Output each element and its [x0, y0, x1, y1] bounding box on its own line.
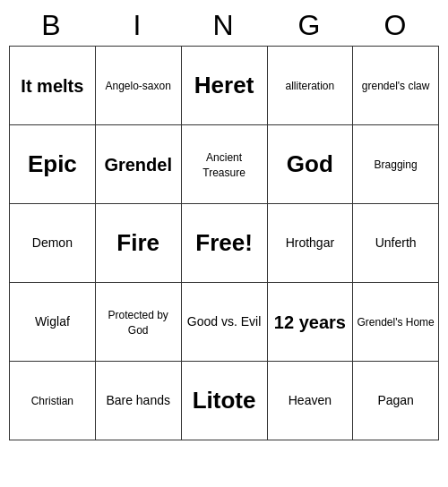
bingo-cell-2-4: Unferth	[353, 204, 439, 283]
bingo-cell-1-1: Grendel	[95, 125, 181, 204]
title-i: I	[99, 9, 177, 42]
bingo-cell-0-1: Angelo-saxon	[95, 47, 181, 125]
bingo-cell-0-2: Heret	[181, 47, 267, 125]
bingo-cell-3-1: Protected by God	[95, 283, 181, 362]
bingo-cell-1-3: God	[267, 125, 353, 204]
bingo-cell-3-0: Wiglaf	[10, 283, 96, 362]
bingo-cell-1-2: Ancient Treasure	[181, 125, 267, 204]
title-b: B	[13, 9, 91, 42]
bingo-cell-4-3: Heaven	[267, 362, 353, 440]
bingo-cell-4-2: Litote	[181, 362, 267, 440]
bingo-cell-1-0: Epic	[10, 125, 96, 204]
bingo-cell-4-1: Bare hands	[95, 362, 181, 440]
bingo-cell-3-2: Good vs. Evil	[181, 283, 267, 362]
bingo-cell-2-2: Free!	[181, 204, 267, 283]
title-o: O	[357, 9, 435, 42]
bingo-cell-4-0: Christian	[10, 362, 96, 440]
bingo-cell-2-0: Demon	[10, 204, 96, 283]
bingo-cell-4-4: Pagan	[353, 362, 439, 440]
bingo-cell-3-4: Grendel's Home	[353, 283, 439, 362]
bingo-cell-0-0: It melts	[10, 47, 96, 125]
bingo-cell-2-1: Fire	[95, 204, 181, 283]
bingo-grid: It meltsAngelo-saxonHeretalliterationgre…	[9, 46, 439, 440]
bingo-cell-3-3: 12 years	[267, 283, 353, 362]
bingo-header: B I N G O	[9, 9, 439, 42]
title-n: N	[185, 9, 263, 42]
bingo-cell-0-4: grendel's claw	[353, 47, 439, 125]
title-g: G	[271, 9, 349, 42]
bingo-cell-0-3: alliteration	[267, 47, 353, 125]
bingo-cell-1-4: Bragging	[353, 125, 439, 204]
bingo-cell-2-3: Hrothgar	[267, 204, 353, 283]
